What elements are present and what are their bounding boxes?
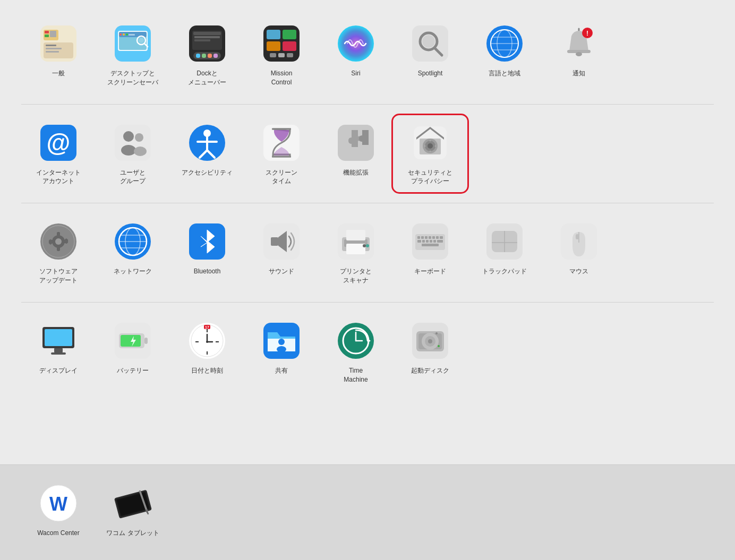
svg-rect-121 xyxy=(422,240,425,243)
timemachine-label: TimeMachine xyxy=(344,366,368,384)
extensions-icon xyxy=(335,122,377,164)
wacom-center-label: Wacom Center xyxy=(37,529,80,538)
svg-rect-23 xyxy=(194,36,220,38)
svg-rect-119 xyxy=(440,236,443,239)
item-accessibility[interactable]: アクセシビリティ xyxy=(170,115,244,193)
item-network[interactable]: ネットワーク xyxy=(96,214,170,291)
startup-icon xyxy=(409,320,451,362)
item-display[interactable]: ディスプレイ xyxy=(21,313,96,391)
svg-point-18 xyxy=(139,38,144,43)
network-label: ネットワーク xyxy=(114,267,152,276)
item-mouse[interactable]: マウス xyxy=(542,214,616,291)
item-language[interactable]: 言語と地域 xyxy=(467,16,542,93)
item-security[interactable]: セキュリティとプライバシー xyxy=(393,115,467,193)
svg-rect-120 xyxy=(417,240,421,243)
svg-rect-116 xyxy=(429,236,431,239)
item-users[interactable]: ユーザとグループ xyxy=(96,115,170,193)
item-mission[interactable]: MissionControl xyxy=(244,16,319,93)
svg-rect-27 xyxy=(202,54,206,58)
dock-label: Dockとメニューバー xyxy=(188,69,226,87)
wacom-center-icon: W xyxy=(37,482,80,524)
svg-rect-37 xyxy=(287,53,293,57)
svg-rect-2 xyxy=(45,31,49,33)
mouse-label: マウス xyxy=(569,267,588,276)
wacom-tablet-icon xyxy=(112,482,154,524)
item-sound[interactable]: サウンド xyxy=(244,214,319,291)
item-datetime[interactable]: 17 日付と時刻 xyxy=(170,313,244,391)
svg-point-77 xyxy=(430,140,431,141)
item-wacom-tablet[interactable]: ワコム タブレット xyxy=(96,476,170,544)
item-notification[interactable]: ! 通知 xyxy=(542,16,616,93)
svg-point-80 xyxy=(424,145,426,147)
svg-rect-28 xyxy=(208,54,212,58)
svg-point-169 xyxy=(438,345,440,347)
bottom-section: W Wacom Center ワコム タブレット xyxy=(0,464,735,560)
svg-rect-86 xyxy=(57,247,60,251)
svg-rect-8 xyxy=(46,51,59,53)
svg-text:17: 17 xyxy=(205,325,209,329)
spotlight-icon xyxy=(409,22,451,65)
svg-point-15 xyxy=(126,33,128,36)
svg-rect-31 xyxy=(267,30,280,39)
svg-point-156 xyxy=(277,346,286,352)
svg-rect-56 xyxy=(115,125,151,161)
notification-label: 通知 xyxy=(572,69,585,78)
bluetooth-label: Bluetooth xyxy=(194,267,221,276)
item-wacom-center[interactable]: W Wacom Center xyxy=(21,476,96,544)
svg-rect-123 xyxy=(430,240,432,243)
datetime-label: 日付と時刻 xyxy=(191,366,223,375)
svg-text:W: W xyxy=(49,493,67,515)
svg-rect-22 xyxy=(193,32,221,35)
svg-rect-136 xyxy=(54,348,63,352)
sound-label: サウンド xyxy=(269,267,294,276)
item-startup[interactable]: 起動ディスク xyxy=(393,313,467,391)
svg-rect-115 xyxy=(425,236,428,239)
software-label: ソフトウェアアップデート xyxy=(39,267,78,285)
item-extensions[interactable]: 機能拡張 xyxy=(319,115,393,193)
item-trackpad[interactable]: トラックパッド xyxy=(467,214,542,291)
item-bluetooth[interactable]: Bluetooth xyxy=(170,214,244,291)
mouse-icon xyxy=(558,220,600,263)
svg-rect-141 xyxy=(121,335,141,347)
svg-rect-35 xyxy=(270,53,276,57)
item-screentime[interactable]: スクリーンタイム xyxy=(244,115,319,193)
security-label: セキュリティとプライバシー xyxy=(408,168,452,186)
desktop-icon xyxy=(112,22,154,65)
item-software[interactable]: ソフトウェアアップデート xyxy=(21,214,96,291)
svg-point-110 xyxy=(366,244,369,247)
notification-icon: ! xyxy=(558,22,600,65)
internet-label: インターネットアカウント xyxy=(36,168,81,186)
item-general[interactable]: 一般 xyxy=(21,16,96,93)
display-label: ディスプレイ xyxy=(39,366,78,375)
item-timemachine[interactable]: TimeMachine xyxy=(319,313,393,391)
svg-rect-34 xyxy=(283,41,296,51)
svg-rect-4 xyxy=(50,31,56,37)
timemachine-icon xyxy=(335,320,377,362)
sharing-icon xyxy=(260,320,303,362)
network-icon xyxy=(112,220,154,263)
general-label: 一般 xyxy=(52,69,65,78)
section-3: ソフトウェアアップデート ネットワーク xyxy=(21,214,714,303)
screentime-icon xyxy=(260,122,303,164)
item-battery[interactable]: バッテリー xyxy=(96,313,170,391)
item-spotlight[interactable]: Spotlight xyxy=(393,16,467,93)
item-keyboard[interactable]: キーボード xyxy=(393,214,467,291)
item-internet[interactable]: @ インターネットアカウント xyxy=(21,115,96,193)
svg-rect-33 xyxy=(267,41,280,51)
sharing-label: 共有 xyxy=(275,366,288,375)
svg-point-84 xyxy=(55,238,62,245)
svg-rect-114 xyxy=(421,236,424,239)
svg-point-60 xyxy=(134,147,147,156)
section-1: 一般 デスクトップとスクリー xyxy=(21,16,714,105)
item-desktop[interactable]: デスクトップとスクリーンセーバ xyxy=(96,16,170,93)
svg-point-76 xyxy=(428,143,433,149)
item-printer[interactable]: プリンタとスキャナ xyxy=(319,214,393,291)
item-dock[interactable]: Dockとメニューバー xyxy=(170,16,244,93)
svg-point-153 xyxy=(206,341,208,343)
item-siri[interactable]: Siri xyxy=(319,16,393,93)
item-sharing[interactable]: 共有 xyxy=(244,313,319,391)
svg-point-41 xyxy=(422,35,435,48)
display-icon xyxy=(37,320,80,362)
svg-rect-3 xyxy=(45,35,49,37)
svg-rect-135 xyxy=(45,329,72,346)
